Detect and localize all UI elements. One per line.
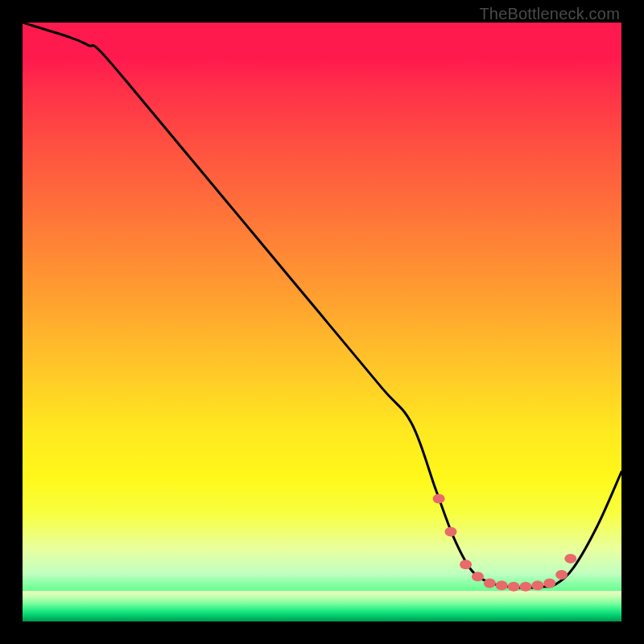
marker-dot <box>543 578 555 588</box>
marker-dot <box>519 582 531 592</box>
marker-dot <box>460 559 472 569</box>
marker-dot <box>472 572 484 581</box>
main-curve <box>23 23 621 588</box>
marker-dot <box>496 580 508 590</box>
marker-dot <box>555 570 568 580</box>
marker-dots <box>433 493 577 591</box>
marker-dot <box>564 554 576 564</box>
marker-dot <box>531 580 543 590</box>
marker-dot <box>508 582 520 592</box>
curve-svg <box>23 23 621 621</box>
marker-dot <box>444 526 456 536</box>
marker-dot <box>433 493 445 503</box>
marker-dot <box>484 578 496 588</box>
chart-area <box>23 23 621 621</box>
watermark-text: TheBottleneck.com <box>479 5 620 23</box>
